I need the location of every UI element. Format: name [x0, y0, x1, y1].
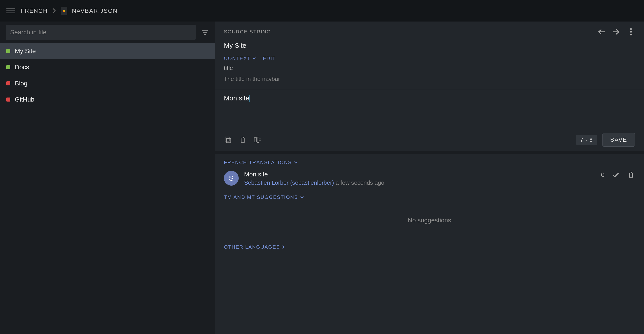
editor-content: SOURCE STRING My Site CONTEXT EDIT titl — [215, 21, 644, 334]
approve-icon[interactable] — [612, 171, 620, 179]
delete-translation-icon[interactable] — [627, 171, 635, 179]
string-item[interactable]: Docs — [0, 59, 215, 75]
svg-point-1 — [630, 31, 632, 32]
search-input[interactable] — [6, 25, 196, 40]
sidebar: My Site Docs Blog GitHub — [0, 21, 215, 334]
vote-count: 0 — [601, 171, 604, 178]
text-cursor — [250, 95, 250, 102]
chevron-right-icon — [52, 8, 56, 14]
status-dot-icon — [6, 81, 10, 85]
translations-section-header[interactable]: FRENCH TRANSLATIONS — [224, 160, 635, 166]
string-item-label: Docs — [15, 64, 29, 71]
other-languages-section-header[interactable]: OTHER LANGUAGES — [224, 244, 635, 250]
source-string-label: SOURCE STRING — [224, 29, 271, 35]
string-item-label: My Site — [15, 47, 36, 55]
string-item-label: Blog — [15, 80, 28, 87]
clear-translation-icon[interactable] — [239, 136, 247, 144]
chevron-down-icon — [294, 162, 298, 164]
svg-point-2 — [630, 34, 632, 35]
translation-author[interactable]: Sébastien Lorber (sebastienlorber) — [244, 179, 334, 186]
translation-input[interactable]: Mon site — [215, 89, 644, 130]
translation-timestamp: a few seconds ago — [336, 179, 384, 186]
svg-rect-4 — [226, 139, 230, 143]
breadcrumb-file[interactable]: NAVBAR.JSON — [72, 7, 118, 14]
string-list: My Site Docs Blog GitHub — [0, 43, 215, 108]
string-item[interactable]: Blog — [0, 75, 215, 91]
edit-context-button[interactable]: EDIT — [263, 56, 276, 61]
status-dot-icon — [6, 98, 10, 102]
svg-point-0 — [630, 28, 632, 30]
context-section-label[interactable]: CONTEXT — [224, 56, 256, 61]
chevron-down-icon — [252, 57, 256, 60]
divider — [215, 151, 644, 154]
string-item[interactable]: GitHub — [0, 91, 215, 108]
text-tool-icon[interactable] — [254, 136, 262, 144]
context-description: The title in the navbar — [215, 73, 644, 89]
avatar[interactable]: S — [224, 171, 239, 186]
string-item-label: GitHub — [15, 96, 34, 103]
status-dot-icon — [6, 65, 10, 69]
save-button[interactable]: SAVE — [602, 133, 635, 147]
no-suggestions-message: No suggestions — [224, 205, 635, 235]
source-string-value: My Site — [215, 38, 644, 56]
translation-text: Mon site — [244, 171, 596, 178]
svg-rect-5 — [254, 138, 257, 142]
chevron-right-icon — [282, 245, 284, 249]
prev-string-icon[interactable] — [597, 28, 606, 36]
copy-source-icon[interactable] — [224, 136, 232, 144]
translation-entry: S Mon site Sébastien Lorber (sebastienlo… — [224, 171, 635, 186]
chevron-down-icon — [300, 196, 304, 198]
status-dot-icon — [6, 49, 10, 53]
breadcrumb: FRENCH NAVBAR.JSON — [21, 7, 118, 15]
context-key: title — [215, 61, 644, 73]
filter-icon[interactable] — [200, 28, 209, 37]
string-item[interactable]: My Site — [0, 43, 215, 59]
more-options-icon[interactable] — [627, 28, 635, 36]
app-header: FRENCH NAVBAR.JSON — [0, 0, 644, 21]
hamburger-menu-icon[interactable] — [6, 6, 15, 15]
svg-rect-3 — [225, 137, 229, 141]
character-count: 7 · 8 — [576, 135, 597, 145]
suggestions-section-header[interactable]: TM AND MT SUGGESTIONS — [224, 194, 635, 200]
breadcrumb-language[interactable]: FRENCH — [21, 7, 48, 14]
json-file-icon — [61, 7, 67, 15]
next-string-icon[interactable] — [612, 28, 620, 36]
